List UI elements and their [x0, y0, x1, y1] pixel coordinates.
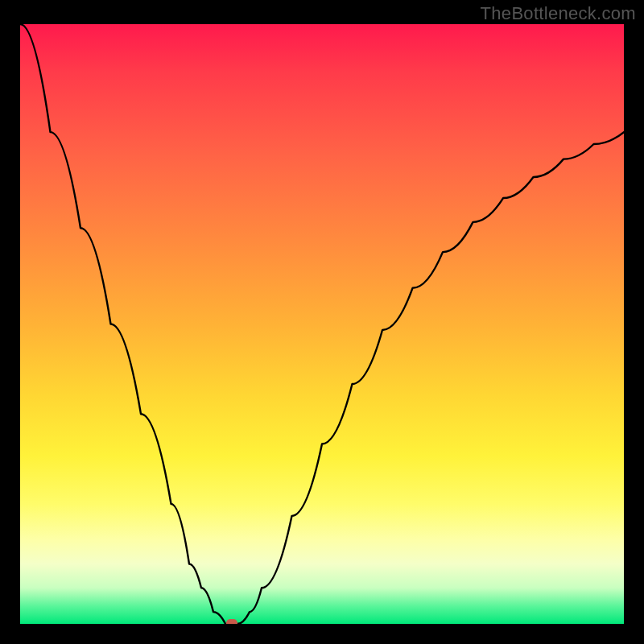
optimal-point-marker: [226, 619, 237, 624]
bottleneck-curve: [20, 24, 624, 624]
plot-area: [20, 24, 624, 624]
chart-frame: TheBottleneck.com: [0, 0, 644, 644]
watermark-text: TheBottleneck.com: [481, 3, 636, 24]
